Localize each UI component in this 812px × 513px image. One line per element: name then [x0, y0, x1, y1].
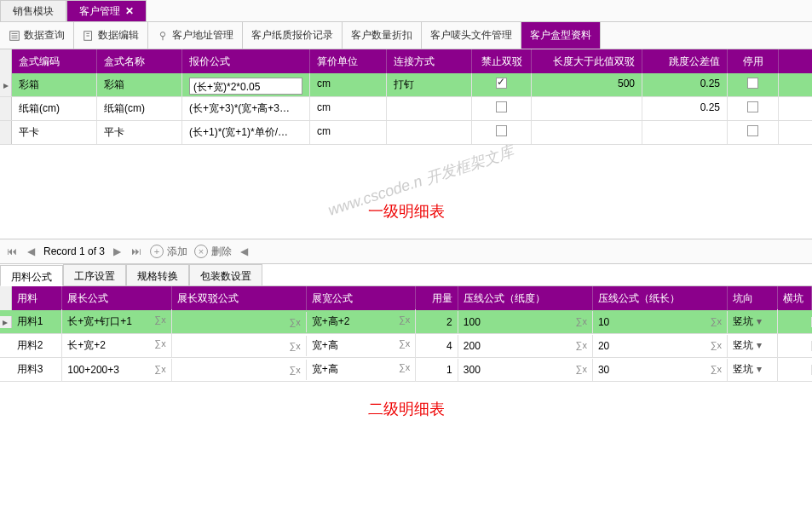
- cell-h[interactable]: [778, 317, 812, 327]
- table-row[interactable]: 平卡平卡(长+1)*(宽+1)*单价/…cm: [0, 121, 812, 145]
- col-name[interactable]: 盒式名称: [97, 49, 182, 73]
- cell-zlv[interactable]: ∑x: [172, 312, 307, 332]
- cell-material[interactable]: 用料2: [12, 333, 62, 358]
- fx-icon[interactable]: ∑x: [576, 340, 587, 350]
- btn-address-mgmt[interactable]: 客户地址管理: [148, 22, 243, 49]
- cell-zl[interactable]: 长+宽+2∑x: [62, 333, 171, 358]
- checkbox-icon[interactable]: [496, 78, 507, 89]
- col-dis[interactable]: 停用: [728, 49, 779, 73]
- chevron-down-icon[interactable]: ▾: [753, 363, 765, 375]
- table-row[interactable]: ▸用料1长+宽+钉口+1∑x∑x宽+高+2∑x2100∑x10∑x竖坑▾: [0, 310, 812, 334]
- cell-h[interactable]: [778, 365, 812, 375]
- fx-icon[interactable]: ∑x: [576, 316, 587, 326]
- col-pw[interactable]: 压线公式（纸度）: [458, 286, 593, 310]
- cell-name[interactable]: 平卡: [97, 121, 182, 144]
- fx-icon[interactable]: ∑x: [154, 364, 165, 374]
- cell-zk[interactable]: 宽+高∑x: [307, 333, 416, 358]
- fx-icon[interactable]: ∑x: [399, 338, 410, 349]
- cell-zk[interactable]: 宽+高+2∑x: [307, 309, 416, 334]
- first-button[interactable]: ⏮: [5, 245, 19, 257]
- cell-material[interactable]: 用料1: [12, 309, 62, 334]
- col-forbid[interactable]: 禁止双驳: [472, 49, 532, 73]
- col-zl[interactable]: 展长公式: [62, 286, 171, 310]
- table-row[interactable]: 纸箱(cm)纸箱(cm)(长+宽+3)*(宽+高+3…cm0.25: [0, 97, 812, 121]
- fx-icon[interactable]: ∑x: [289, 341, 300, 351]
- cell-forbid[interactable]: [472, 97, 532, 120]
- cell-code[interactable]: 纸箱(cm): [12, 97, 97, 120]
- cell-qty[interactable]: 2: [416, 311, 458, 333]
- cell-conn[interactable]: [387, 121, 472, 144]
- delete-button[interactable]: ×删除: [194, 245, 232, 259]
- tab-material-formula[interactable]: 用料公式: [0, 265, 63, 286]
- fx-icon[interactable]: ∑x: [289, 365, 300, 375]
- cell-h[interactable]: [778, 341, 812, 351]
- tab-packing[interactable]: 包装数设置: [189, 264, 262, 285]
- fx-icon[interactable]: ∑x: [289, 317, 300, 327]
- btn-paper-quote[interactable]: 客户纸质报价记录: [243, 22, 343, 49]
- tab-process[interactable]: 工序设置: [63, 264, 126, 285]
- fx-icon[interactable]: ∑x: [711, 340, 722, 350]
- chevron-down-icon[interactable]: ▾: [753, 339, 765, 351]
- fx-icon[interactable]: ∑x: [154, 338, 165, 349]
- checkbox-icon[interactable]: [496, 125, 507, 136]
- checkbox-icon[interactable]: [747, 78, 758, 89]
- cell-name[interactable]: 纸箱(cm): [97, 97, 182, 120]
- tab-spec-convert[interactable]: 规格转换: [126, 264, 189, 285]
- col-conn[interactable]: 连接方式: [387, 49, 472, 73]
- tab-customer-mgmt[interactable]: 客户管理 ✕: [66, 0, 147, 21]
- col-pl[interactable]: 压线公式（纸长）: [593, 286, 728, 310]
- col-unit[interactable]: 算价单位: [310, 49, 387, 73]
- cell-code[interactable]: 平卡: [12, 121, 97, 144]
- table-row[interactable]: 用料2长+宽+2∑x∑x宽+高∑x4200∑x20∑x竖坑▾: [0, 334, 812, 358]
- cell-unit[interactable]: cm: [310, 73, 387, 96]
- cell-material[interactable]: 用料3: [12, 357, 62, 382]
- cell-name[interactable]: 彩箱: [97, 73, 182, 96]
- col-zlv[interactable]: 展长双驳公式: [172, 286, 307, 310]
- cell-formula[interactable]: (长+宽)*2*0.05: [182, 73, 310, 96]
- next-button[interactable]: ▶: [112, 245, 123, 257]
- fx-icon[interactable]: ∑x: [399, 362, 410, 372]
- cell-forbid[interactable]: [472, 121, 532, 144]
- btn-mark-files[interactable]: 客户唛头文件管理: [422, 22, 521, 49]
- cell-dis[interactable]: [728, 121, 779, 144]
- cell-pl[interactable]: 10∑x: [593, 311, 728, 333]
- cell-tol[interactable]: 0.25: [642, 97, 728, 120]
- add-button[interactable]: +添加: [150, 245, 187, 259]
- cell-len[interactable]: [532, 97, 642, 120]
- cell-conn[interactable]: [387, 97, 472, 120]
- cell-dir[interactable]: 竖坑▾: [728, 333, 778, 358]
- col-dir[interactable]: 坑向: [728, 286, 778, 310]
- cell-dir[interactable]: 竖坑▾: [728, 357, 778, 382]
- cell-qty[interactable]: 1: [416, 359, 458, 381]
- cell-pw[interactable]: 100∑x: [458, 311, 593, 333]
- cell-pl[interactable]: 20∑x: [593, 335, 728, 357]
- cell-dis[interactable]: [728, 73, 779, 96]
- col-len[interactable]: 长度大于此值双驳: [532, 49, 642, 73]
- cell-pw[interactable]: 300∑x: [458, 359, 593, 381]
- cell-dir[interactable]: 竖坑▾: [728, 309, 778, 334]
- cell-zl[interactable]: 100+200+3∑x: [62, 359, 171, 381]
- col-material[interactable]: 用料: [12, 286, 62, 310]
- cell-formula[interactable]: (长+宽+3)*(宽+高+3…: [182, 97, 310, 120]
- btn-box-type[interactable]: 客户盒型资料: [521, 22, 601, 49]
- checkbox-icon[interactable]: [747, 101, 758, 112]
- btn-data-edit[interactable]: 数据编辑: [74, 22, 148, 49]
- btn-data-query[interactable]: 数据查询: [0, 22, 74, 49]
- fx-icon[interactable]: ∑x: [711, 316, 722, 326]
- btn-qty-discount[interactable]: 客户数量折扣: [343, 22, 422, 49]
- cell-qty[interactable]: 4: [416, 335, 458, 357]
- cell-tol[interactable]: 0.25: [642, 73, 728, 96]
- col-h[interactable]: 横坑: [778, 286, 812, 310]
- cell-zk[interactable]: 宽+高∑x: [307, 357, 416, 382]
- checkbox-icon[interactable]: [747, 125, 758, 136]
- fx-icon[interactable]: ∑x: [576, 364, 587, 374]
- table-row[interactable]: ▸彩箱彩箱(长+宽)*2*0.05cm打钉5000.25: [0, 73, 812, 97]
- cell-forbid[interactable]: [472, 73, 532, 96]
- cell-zl[interactable]: 长+宽+钉口+1∑x: [62, 309, 171, 334]
- fx-icon[interactable]: ∑x: [154, 314, 165, 325]
- cell-unit[interactable]: cm: [310, 121, 387, 144]
- cell-len[interactable]: [532, 121, 642, 144]
- cell-len[interactable]: 500: [532, 73, 642, 96]
- prev-button[interactable]: ◀: [26, 245, 37, 257]
- close-icon[interactable]: ✕: [125, 5, 134, 17]
